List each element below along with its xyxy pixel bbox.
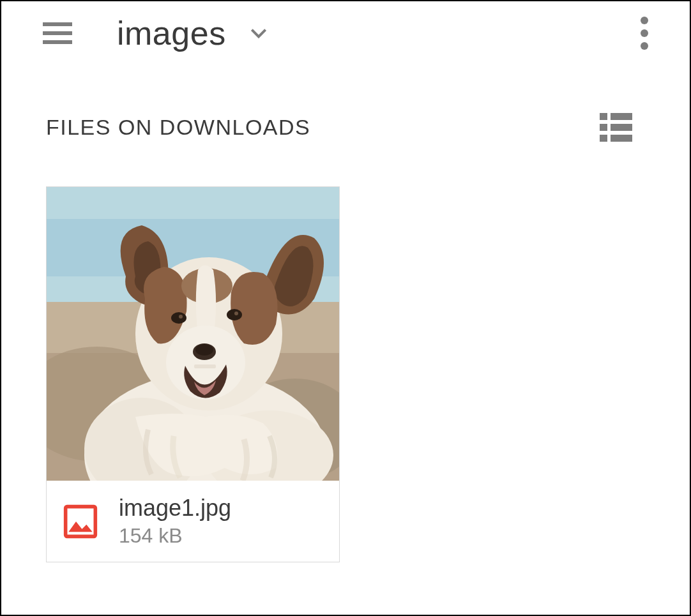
file-thumbnail: [47, 187, 339, 481]
section-header: FILES ON DOWNLOADS: [1, 65, 690, 142]
header-left: images: [43, 14, 269, 52]
menu-icon[interactable]: [43, 22, 72, 44]
file-card[interactable]: image1.jpg 154 kB: [46, 186, 340, 562]
image-file-icon: [63, 504, 98, 539]
svg-point-17: [195, 344, 213, 356]
svg-point-14: [179, 315, 183, 319]
list-view-toggle[interactable]: [600, 113, 645, 142]
file-meta: image1.jpg 154 kB: [119, 495, 231, 548]
file-name: image1.jpg: [119, 495, 231, 522]
file-size: 154 kB: [119, 524, 231, 548]
file-info: image1.jpg 154 kB: [47, 481, 339, 562]
folder-dropdown[interactable]: images: [117, 14, 269, 52]
svg-point-15: [234, 312, 238, 315]
svg-point-12: [171, 312, 186, 324]
section-title: FILES ON DOWNLOADS: [46, 115, 310, 140]
more-options-icon[interactable]: [641, 17, 655, 50]
list-view-icon: [600, 113, 632, 142]
app-header: images: [1, 1, 690, 65]
folder-title: images: [117, 14, 226, 52]
svg-point-13: [227, 309, 242, 320]
chevron-down-icon: [248, 23, 269, 43]
svg-rect-18: [194, 364, 216, 368]
file-grid: image1.jpg 154 kB: [1, 142, 690, 562]
